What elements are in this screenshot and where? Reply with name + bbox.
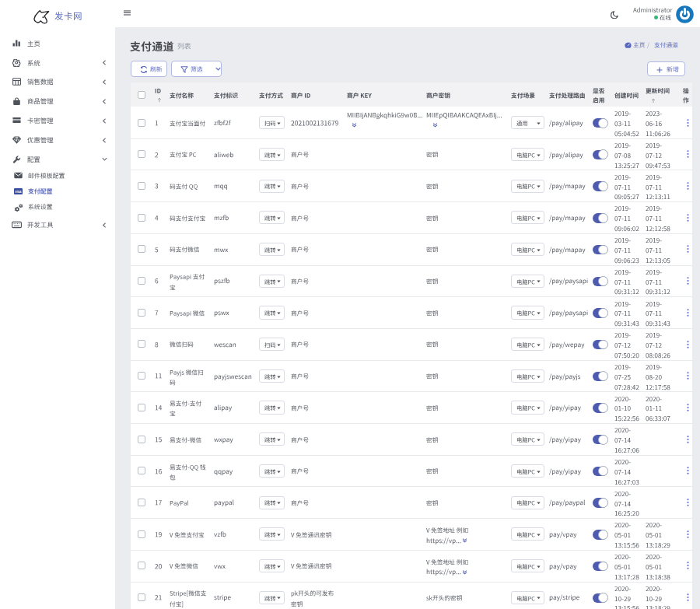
svg-text:VISA: VISA [16, 190, 23, 193]
